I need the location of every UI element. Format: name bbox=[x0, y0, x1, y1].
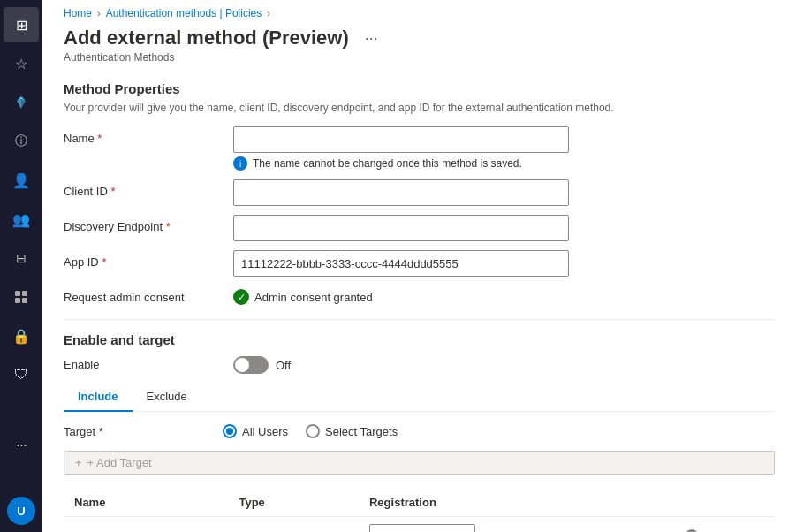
table-header-row: Name Type Registration bbox=[64, 489, 775, 517]
col-registration: Registration bbox=[359, 489, 671, 517]
name-warning-text: The name cannot be changed once this met… bbox=[253, 157, 522, 170]
sidebar-shield-icon[interactable]: 🛡 bbox=[4, 357, 39, 392]
info-icon: i bbox=[233, 156, 247, 171]
radio-btn-select-targets bbox=[306, 424, 320, 438]
client-id-label: Client ID * bbox=[64, 179, 223, 198]
targets-table: Name Type Registration All Users Group O… bbox=[64, 489, 775, 532]
app-id-field-wrap bbox=[233, 250, 569, 277]
radio-label-all-users: All Users bbox=[242, 425, 288, 438]
svg-rect-1 bbox=[22, 291, 27, 296]
page-title: Add external method (Preview) bbox=[64, 27, 349, 49]
page-subtitle: Authentication Methods bbox=[42, 51, 796, 74]
sidebar-star-icon[interactable]: ☆ bbox=[4, 46, 39, 81]
discovery-endpoint-label: Discovery Endpoint * bbox=[64, 215, 223, 233]
content-area: Method Properties Your provider will giv… bbox=[42, 81, 796, 532]
sidebar-person-icon[interactable]: 👤 bbox=[4, 163, 39, 198]
check-circle-icon: ✓ bbox=[233, 289, 249, 305]
sidebar-home-icon[interactable]: ⊞ bbox=[4, 7, 39, 42]
main-content: Home › Authentication methods | Policies… bbox=[42, 0, 796, 532]
add-target-plus-icon: + bbox=[75, 456, 82, 469]
delete-row-button[interactable] bbox=[681, 524, 702, 532]
method-properties-header: Method Properties bbox=[64, 81, 775, 96]
section-divider bbox=[64, 319, 775, 320]
discovery-endpoint-input[interactable] bbox=[233, 215, 569, 241]
radio-select-targets[interactable]: Select Targets bbox=[306, 424, 398, 438]
sidebar-people-icon[interactable]: 👥 bbox=[4, 201, 39, 237]
enable-label: Enable bbox=[64, 353, 223, 371]
svg-rect-0 bbox=[15, 291, 20, 296]
table-row: All Users Group Optional Required Disabl… bbox=[64, 517, 775, 533]
consent-granted-text: Admin consent granted bbox=[254, 291, 373, 304]
name-field-wrap: i The name cannot be changed once this m… bbox=[233, 126, 569, 171]
enable-toggle[interactable] bbox=[233, 356, 269, 374]
svg-rect-3 bbox=[22, 298, 27, 303]
radio-all-users[interactable]: All Users bbox=[223, 424, 288, 438]
sidebar: ⊞ ☆ ⓘ 👤 👥 ⊟ 🔒 🛡 ··· U bbox=[0, 0, 42, 532]
row-name: All Users bbox=[64, 517, 228, 533]
discovery-endpoint-row: Discovery Endpoint * bbox=[64, 215, 775, 241]
app-id-row: App ID * bbox=[64, 250, 775, 277]
client-id-input[interactable] bbox=[233, 179, 569, 206]
sidebar-apps-icon[interactable]: ⊟ bbox=[4, 240, 39, 276]
breadcrumb-auth-methods[interactable]: Authentication methods | Policies bbox=[106, 7, 262, 19]
name-info-note: i The name cannot be changed once this m… bbox=[233, 156, 569, 171]
client-id-field-wrap bbox=[233, 179, 569, 206]
col-actions bbox=[671, 489, 775, 517]
svg-rect-2 bbox=[15, 298, 20, 303]
avatar[interactable]: U bbox=[7, 497, 35, 525]
sidebar-azure-icon[interactable] bbox=[4, 85, 39, 120]
admin-consent-status: ✓ Admin consent granted bbox=[233, 285, 373, 305]
row-registration: Optional Required Disabled bbox=[359, 517, 671, 533]
name-input[interactable] bbox=[233, 126, 569, 153]
breadcrumb: Home › Authentication methods | Policies… bbox=[42, 0, 796, 23]
enable-row: Enable Off bbox=[64, 353, 775, 374]
registration-select-wrap: Optional Required Disabled bbox=[369, 524, 660, 532]
sidebar-info-icon[interactable]: ⓘ bbox=[4, 124, 39, 159]
app-id-input[interactable] bbox=[233, 250, 569, 277]
row-actions bbox=[671, 517, 775, 533]
target-radio-row: Target * All Users Select Targets bbox=[64, 424, 775, 438]
radio-label-select-targets: Select Targets bbox=[325, 425, 398, 438]
registration-select-container: Optional Required Disabled bbox=[369, 524, 475, 532]
add-target-label: + Add Target bbox=[87, 456, 152, 469]
radio-btn-all-users bbox=[223, 424, 237, 438]
method-properties-desc: Your provider will give you the name, cl… bbox=[64, 102, 775, 114]
target-label: Target * bbox=[64, 425, 223, 438]
col-type: Type bbox=[228, 489, 359, 517]
breadcrumb-sep1: › bbox=[97, 8, 101, 19]
app-id-label: App ID * bbox=[64, 250, 223, 269]
client-id-row: Client ID * bbox=[64, 179, 775, 206]
include-exclude-tabs: Include Exclude bbox=[64, 383, 775, 412]
add-target-button[interactable]: + + Add Target bbox=[64, 451, 775, 475]
breadcrumb-sep2: › bbox=[267, 8, 270, 19]
name-row: Name * i The name cannot be changed once… bbox=[64, 126, 775, 171]
sidebar-group-icon[interactable] bbox=[4, 279, 39, 315]
tab-include[interactable]: Include bbox=[64, 383, 133, 412]
sidebar-more-icon[interactable]: ··· bbox=[4, 427, 39, 462]
breadcrumb-home[interactable]: Home bbox=[64, 7, 92, 19]
more-options-button[interactable]: ··· bbox=[360, 27, 383, 49]
admin-consent-label: Request admin consent bbox=[64, 285, 223, 304]
page-title-row: Add external method (Preview) ··· bbox=[42, 23, 796, 51]
sidebar-lock-icon[interactable]: 🔒 bbox=[4, 318, 39, 353]
registration-select[interactable]: Optional Required Disabled bbox=[369, 524, 475, 532]
discovery-endpoint-field-wrap bbox=[233, 215, 569, 241]
row-type: Group bbox=[228, 517, 359, 533]
enable-toggle-wrap: Off bbox=[233, 353, 291, 374]
toggle-knob bbox=[235, 358, 249, 372]
name-label: Name * bbox=[64, 126, 223, 145]
admin-consent-row: Request admin consent ✓ Admin consent gr… bbox=[64, 285, 775, 305]
enable-target-header: Enable and target bbox=[64, 332, 775, 347]
tab-exclude[interactable]: Exclude bbox=[133, 383, 201, 412]
toggle-state-label: Off bbox=[276, 359, 291, 372]
col-name: Name bbox=[64, 489, 228, 517]
radio-options: All Users Select Targets bbox=[223, 424, 398, 438]
